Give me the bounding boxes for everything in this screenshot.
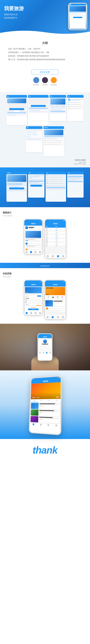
hero-section: 我要旅游 碰碰实实的让您 把旅程掌握手中 旅游	[0, 0, 90, 36]
thank-section: thank	[0, 439, 90, 464]
visual-section: 视觉设计 Visual design 9:41 我要旅游	[0, 207, 90, 263]
phone-header-1: 我要旅游	[24, 222, 42, 226]
wire-btn-register[interactable]	[31, 105, 46, 107]
hand-phone-floating: 9:41 我要旅游	[37, 333, 53, 361]
blue-band: 旅游资源管理	[0, 263, 90, 268]
swatch-label-blue: #4C8bcc	[33, 84, 39, 86]
color-section: COLOR #4C8bcc #45344f #FE9820	[0, 67, 90, 92]
visual-phone-2-screen: 9:41 我要旅游 分区 状态 北京	[45, 220, 66, 258]
color-label: COLOR	[32, 70, 58, 74]
phone-header-2: 我要旅游	[45, 222, 66, 226]
wire-body-profile	[67, 98, 84, 110]
wire-blue-header-3: 行程	[46, 172, 66, 174]
work-phone-1-screen: 9:41 我要旅游 首尔5天	[24, 280, 42, 315]
swatch-blue: #4C8bcc	[33, 77, 39, 86]
visual-phone-1-screen: 9:41 我要旅游	[24, 220, 42, 254]
login-label-cn: 登录页/注册页	[4, 159, 86, 162]
wire-body-login	[6, 98, 27, 117]
wireframe-home: 首页	[50, 95, 66, 121]
swatch-circle-blue	[33, 77, 39, 83]
thank-text: thank	[3, 444, 87, 456]
phone-footer-1	[24, 250, 42, 254]
wireframe-blue-4: 消息	[67, 172, 84, 198]
work-label-en: Work page	[3, 276, 87, 278]
work-phone-2: 9:41 我要旅游 #Andy行摄中记·直奏 00:1游2	[44, 280, 66, 320]
wire-body-search	[26, 129, 42, 141]
wireframes-grid: 登录 注册	[1, 95, 89, 156]
work-phones-row: 9:41 我要旅游 首尔5天	[3, 280, 87, 320]
hero-subtitle: 碰碰实实的让您 把旅程掌握手中	[4, 13, 86, 20]
wire-input-code[interactable]	[29, 100, 48, 102]
swatch-dark: #45344f	[42, 77, 48, 86]
wire-blue-body-2	[28, 174, 44, 188]
wire-input-phone[interactable]	[29, 98, 48, 100]
wireframe-blue-2: 预订	[28, 172, 44, 198]
wire-input-username[interactable]	[7, 104, 26, 106]
wireframe-profile: 我的	[67, 95, 84, 121]
swatch-circle-dark	[42, 77, 48, 83]
visual-phones-row: 9:41 我要旅游	[3, 219, 87, 259]
hero-title: 我要旅游	[4, 6, 86, 12]
phone-status-1: 9:41	[24, 220, 42, 222]
intro-title: 介绍	[8, 41, 82, 45]
wire-input-password[interactable]	[7, 106, 26, 108]
wireframes-section: 登录 注册	[0, 92, 90, 168]
wireframe-blue-1: 旅游详情	[6, 172, 27, 202]
visual-label-en: Visual design	[3, 215, 87, 217]
wireframe-login: 登录	[6, 95, 27, 125]
swatch-label-orange: #FE9820	[51, 84, 57, 86]
wireframe-blue-3: 行程	[46, 172, 66, 202]
wire-blue-body-4	[67, 174, 84, 183]
wire-blue-header-2: 预订	[28, 172, 44, 174]
color-swatches: #4C8bcc #45344f #FE9820	[33, 77, 57, 86]
wire-body-register	[28, 98, 49, 113]
wire-body-travel	[43, 129, 64, 146]
wire-login-options	[7, 110, 26, 112]
visual-label-cn: 视觉设计	[3, 211, 87, 214]
wire-btn-login[interactable]	[9, 108, 24, 110]
work-badge: #Andy行摄中记·直奏	[46, 288, 53, 288]
visual-phone-2: 9:41 我要旅游 分区 状态 北京	[44, 219, 66, 259]
swatch-label-dark: #45344f	[42, 84, 48, 86]
work-phone-2-screen: 9:41 我要旅游 #Andy行摄中记·直奏 00:1游2	[45, 280, 66, 319]
work-label-cn: 作品页面	[3, 272, 87, 275]
wire-img-login	[7, 98, 26, 103]
wire-blue-body-3	[46, 174, 66, 190]
wire-blue-header-4: 消息	[67, 172, 84, 174]
blue-wireframes-grid: 旅游详情 预订	[1, 172, 89, 202]
swatch-orange: #FE9820	[51, 77, 57, 86]
intro-text: 这是一款关于旅游预订、行程、日程APP， 应用包括预订—一款帮助旅行者定制旅行计…	[8, 47, 82, 61]
wire-header-login: 登录	[6, 95, 27, 98]
wireframe-travel-list: 旅游列表	[43, 126, 64, 156]
phone-content-1	[24, 230, 42, 250]
wireframe-register: 注册	[28, 95, 49, 125]
landscape-phone: 9:41 ⚡📶 我要旅游 韩国首尔 · 5日游 特惠 全部 国内 出境 周边	[29, 376, 62, 435]
wire-header-home: 首页	[50, 95, 66, 98]
login-label-en: Login pageRegistration page	[4, 162, 86, 165]
wire-header-search: 搜索	[26, 126, 42, 129]
wire-header-profile: 我的	[67, 95, 84, 98]
phone-footer-2	[45, 254, 66, 258]
wire-input-reg-password[interactable]	[29, 103, 48, 104]
wire-search-input[interactable]	[27, 130, 42, 131]
hand-section: 9:41 我要旅游	[0, 324, 90, 370]
work-section: 作品页面 Work page 9:41 我要旅游	[0, 268, 90, 324]
swatch-circle-orange	[51, 77, 57, 83]
blue-wireframes-section: 旅游详情 预订	[0, 168, 90, 207]
intro-section: 介绍 这是一款关于旅游预订、行程、日程APP， 应用包括预订—一款帮助旅行者定制…	[0, 36, 90, 67]
hero-text: 我要旅游 碰碰实实的让您 把旅程掌握手中	[4, 6, 86, 20]
wire-header-travel: 旅游列表	[43, 126, 64, 129]
wire-blue-header-1: 旅游详情	[6, 172, 27, 174]
wire-blue-body-1	[6, 174, 27, 192]
wire-header-register: 注册	[28, 95, 49, 98]
wireframe-search: 搜索	[26, 126, 42, 152]
wire-img-home	[50, 98, 65, 104]
login-label-area: 登录页/注册页 Login pageRegistration page	[1, 156, 89, 166]
wire-body-home	[50, 98, 66, 114]
work-phone-1: 9:41 我要旅游 首尔5天	[24, 280, 43, 316]
phone-status-2: 9:41	[45, 220, 66, 222]
visual-phone-1: 9:41 我要旅游	[24, 219, 43, 254]
landscape-section: 9:41 ⚡📶 我要旅游 韩国首尔 · 5日游 特惠 全部 国内 出境 周边	[0, 370, 90, 439]
wire-img-travel	[44, 130, 63, 135]
